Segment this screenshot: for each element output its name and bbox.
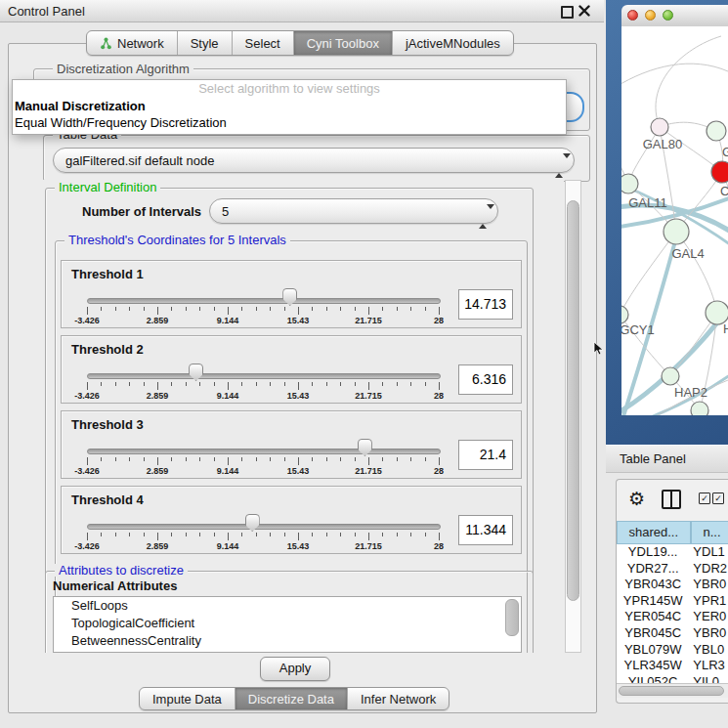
node-selected-red[interactable] [711, 161, 728, 183]
slider-ticks [87, 457, 439, 466]
node-label-hap2: HAP2 [674, 385, 707, 400]
table-data-selected-value: galFiltered.sif default node [65, 153, 214, 168]
column-header-name[interactable]: n... [691, 521, 728, 544]
tab-label: Select [245, 36, 280, 51]
column-header-shared-name[interactable]: shared... [617, 521, 691, 544]
slider-tick-labels: -3.4262.8599.14415.4321.71528 [87, 466, 439, 476]
table-panel-titlebar: Table Panel [606, 445, 728, 473]
tab-jactivemnodules[interactable]: jActiveMNodules [392, 31, 513, 55]
tab-label: Style [191, 36, 219, 51]
tab-label: Discretize Data [248, 692, 334, 707]
table-row[interactable]: YIL052CYIL0 [617, 674, 728, 683]
interval-definition-group-title: Interval Definition [55, 181, 160, 193]
number-of-intervals-label: Number of Intervals [82, 204, 201, 219]
minimize-traffic-light[interactable] [645, 10, 656, 21]
dropdown-placeholder-option[interactable]: Select algorithm to view settings [13, 80, 566, 98]
table-data-combobox[interactable]: galFiltered.sif default node [53, 148, 575, 173]
tab-impute-data[interactable]: Impute Data [140, 688, 235, 709]
table-row[interactable]: YBR045CYBR0 [617, 625, 728, 642]
threshold-slider-track[interactable] [87, 449, 441, 454]
threshold-2-panel: Threshold 2 -3.4262.8599.14415.4321.7152… [61, 335, 522, 404]
threshold-coordinates-group-title: Threshold's Coordinates for 5 Intervals [64, 234, 290, 246]
close-traffic-light[interactable] [627, 10, 638, 21]
table-panel-title: Table Panel [620, 451, 686, 466]
node-label-gal80: GAL80 [643, 137, 682, 151]
node-label-g-partial: GA [722, 145, 728, 159]
threshold-4-panel: Threshold 4 -3.4262.8599.14415.4321.7152… [61, 486, 522, 554]
table-row[interactable]: YDL19...YDL1 [617, 544, 728, 561]
tab-infer-network[interactable]: Infer Network [347, 688, 449, 709]
float-window-icon[interactable] [561, 6, 574, 19]
table-hscrollbar-thumb[interactable] [619, 686, 724, 696]
threshold-value-field[interactable]: 21.4 [458, 440, 513, 470]
panel-title: Control Panel [8, 4, 85, 19]
columns-icon[interactable] [662, 490, 681, 509]
slider-tick-labels: -3.4262.8599.14415.4321.71528 [87, 316, 439, 325]
settings-scroll-area: Interval Definition Number of Intervals … [16, 180, 564, 653]
zoom-traffic-light[interactable] [663, 10, 673, 21]
dropdown-option-manual-discretization[interactable]: Manual Discretization [13, 98, 566, 114]
table-horizontal-scrollbar[interactable] [617, 683, 728, 698]
tab-label: jActiveMNodules [406, 36, 500, 51]
cyni-mode-tabs: Impute Data Discretize Data Infer Networ… [139, 687, 450, 710]
node-gal4[interactable] [664, 219, 689, 244]
threshold-value-field[interactable]: 14.713 [458, 289, 513, 320]
discretization-algorithm-group-title: Discretization Algorithm [53, 63, 193, 75]
control-panel-titlebar: Control Panel [0, 0, 604, 22]
node-gcy1[interactable] [621, 306, 628, 323]
tab-select[interactable]: Select [232, 31, 293, 55]
list-item[interactable]: BetweennessCentrality [54, 632, 521, 650]
list-scrollbar[interactable] [505, 599, 519, 636]
list-item[interactable]: SelfLoops [54, 597, 521, 615]
threshold-slider-track[interactable] [87, 373, 441, 379]
tab-label: Infer Network [361, 692, 436, 707]
checkbox-icon[interactable]: ✓ [699, 492, 710, 504]
list-item[interactable]: TopologicalCoefficient [54, 615, 521, 632]
network-canvas[interactable]: GAL80 GA C GAL11 GAL4 GCY1 H HAP2 [621, 26, 728, 415]
node-gal11[interactable] [621, 174, 638, 193]
tab-style[interactable]: Style [177, 31, 232, 55]
slider-ticks [87, 533, 439, 541]
table-row[interactable]: YDR27...YDR2 [617, 561, 728, 578]
tab-cyni-toolbox[interactable]: Cyni Toolbox [293, 31, 392, 55]
node-label-gcy1: GCY1 [621, 322, 655, 337]
tab-network[interactable]: Network [87, 31, 177, 55]
numerical-attributes-label: Numerical Attributes [53, 578, 177, 593]
table-row[interactable]: YBL079WYBL0 [617, 642, 728, 659]
checkbox-icon[interactable]: ✓ [712, 492, 724, 504]
slider-tick-labels: -3.4262.8599.14415.4321.71528 [87, 541, 439, 551]
tab-label: Network [117, 36, 164, 51]
application-window: Control Panel Network Style Select Cyni … [0, 0, 728, 728]
node-bottom[interactable] [691, 402, 708, 415]
slider-ticks [87, 382, 439, 391]
gear-icon[interactable]: ⚙ [628, 486, 645, 511]
number-of-intervals-combobox[interactable]: 5 [209, 198, 498, 224]
table-row[interactable]: YLR345WYLR3 [617, 658, 728, 674]
node-top-right[interactable] [707, 121, 726, 141]
close-icon[interactable] [578, 5, 590, 17]
combo-spinner-icon [479, 204, 487, 220]
panel-scrollbar[interactable] [565, 180, 581, 653]
tab-discretize-data[interactable]: Discretize Data [235, 688, 347, 709]
combo-spinner-icon [555, 153, 563, 169]
slider-tick-labels: -3.4262.8599.14415.4321.71528 [87, 391, 439, 401]
node-label-gal4: GAL4 [671, 246, 704, 261]
control-panel-tabs: Network Style Select Cyni Toolbox jActiv… [86, 30, 514, 56]
table-row[interactable]: YER054CYER0 [617, 609, 728, 625]
numerical-attributes-list: SelfLoopsTopologicalCoefficientBetweenne… [53, 596, 522, 653]
threshold-slider-track[interactable] [87, 524, 441, 530]
node-label-gal11: GAL11 [628, 195, 667, 210]
node-hap2[interactable] [662, 367, 679, 385]
table-row[interactable]: YBR043CYBR0 [617, 577, 728, 593]
node-gal80[interactable] [651, 118, 668, 136]
threshold-value-field[interactable]: 6.316 [458, 364, 513, 395]
threshold-slider-track[interactable] [87, 298, 441, 304]
panel-scrollbar-thumb[interactable] [567, 200, 579, 601]
table-row[interactable]: YPR145WYPR1 [617, 593, 728, 610]
algorithm-dropdown-popup: Select algorithm to view settings Manual… [12, 79, 567, 135]
threshold-1-panel: Threshold 1 -3.4262.8599.14415.4321.7152… [61, 260, 522, 328]
dropdown-option-equal-width-frequency[interactable]: Equal Width/Frequency Discretization [13, 114, 566, 131]
apply-button[interactable]: Apply [260, 657, 330, 681]
threshold-value-field[interactable]: 11.344 [458, 515, 513, 545]
number-of-intervals-value: 5 [222, 204, 229, 219]
